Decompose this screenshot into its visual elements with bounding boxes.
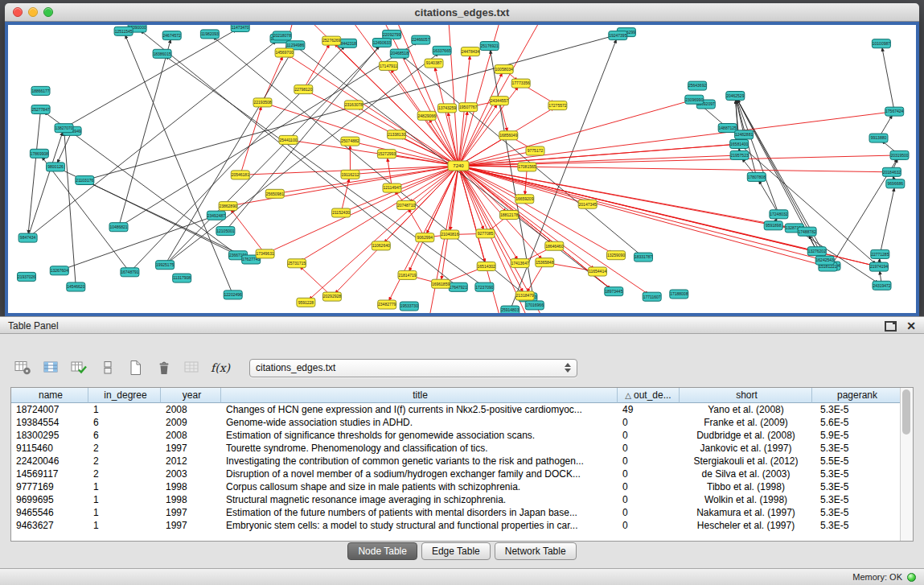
network-node[interactable]: 17248032: [770, 210, 788, 219]
network-node[interactable]: 24829066: [417, 111, 436, 120]
network-node[interactable]: 24319472: [873, 281, 891, 290]
network-node[interactable]: 9591898: [764, 221, 782, 230]
table-row[interactable]: 969969511998Structural magnetic resonanc…: [11, 493, 901, 506]
network-node[interactable]: 24344557: [490, 97, 508, 105]
network-node[interactable]: 9062994: [416, 233, 434, 242]
network-node[interactable]: 25276269: [322, 36, 341, 45]
table-row[interactable]: 946554611997Estimation of the future num…: [11, 506, 901, 519]
network-node[interactable]: 21152430: [332, 208, 351, 217]
table-settings-icon[interactable]: [13, 357, 34, 378]
network-node[interactable]: 17349631: [256, 249, 274, 258]
network-node[interactable]: 17016966: [525, 301, 544, 310]
network-node[interactable]: 7240: [448, 161, 469, 171]
float-panel-icon[interactable]: [885, 321, 897, 332]
network-node[interactable]: 25643692: [688, 81, 707, 90]
network-node[interactable]: 18973445: [605, 287, 623, 296]
network-node[interactable]: 19247395: [609, 31, 627, 40]
network-node[interactable]: 9800126: [47, 163, 65, 171]
delete-column-icon[interactable]: [154, 357, 175, 378]
network-node[interactable]: 16856049: [499, 131, 518, 140]
table-row[interactable]: 977716911998Corpus callosum shape and si…: [11, 480, 901, 493]
network-node[interactable]: 14569700: [275, 48, 294, 57]
network-node[interactable]: 11654414: [589, 267, 607, 276]
network-node[interactable]: 25650981: [265, 189, 284, 198]
column-header-out-degree[interactable]: △out_de...: [618, 388, 680, 403]
network-node[interactable]: 15365848: [536, 258, 554, 267]
network-node[interactable]: 25176921: [480, 42, 499, 51]
network-node[interactable]: 11473470: [231, 25, 249, 32]
network-node[interactable]: 19116212: [341, 170, 359, 179]
table-row[interactable]: 2242004622012Investigating the contribut…: [11, 455, 901, 468]
network-node[interactable]: 25731715: [288, 259, 306, 268]
network-node[interactable]: 17567424: [885, 107, 904, 116]
network-node[interactable]: 16242543: [815, 256, 834, 265]
network-node[interactable]: 20319500: [890, 150, 909, 159]
column-header-name[interactable]: name: [11, 388, 88, 403]
column-header-short[interactable]: short: [680, 388, 812, 403]
tab-edge-table[interactable]: Edge Table: [421, 542, 491, 560]
network-node[interactable]: 18386015: [153, 49, 171, 58]
network-node[interactable]: 9277085: [476, 229, 495, 238]
network-node[interactable]: 20184632: [882, 167, 901, 176]
network-node[interactable]: 17869908: [30, 149, 48, 158]
network-node[interactable]: 9913880: [869, 134, 888, 142]
table-scrollbar[interactable]: [900, 388, 913, 541]
network-node[interactable]: 20147345: [578, 200, 597, 208]
network-node[interactable]: 11317908: [173, 274, 191, 282]
network-node[interactable]: 12114947: [383, 183, 401, 192]
network-node[interactable]: 21937026: [18, 272, 36, 281]
network-node[interactable]: 9591228: [297, 298, 315, 307]
network-node[interactable]: 20468518: [390, 49, 409, 58]
network-node[interactable]: 21974194: [870, 262, 889, 271]
network-node[interactable]: 21338130: [388, 130, 406, 139]
close-panel-icon[interactable]: ✕: [906, 320, 916, 332]
table-row[interactable]: 1938455462009Genome-wide association stu…: [11, 416, 901, 429]
column-header-title[interactable]: title: [221, 388, 618, 403]
network-node[interactable]: 13276202: [807, 247, 826, 256]
table-row[interactable]: 1872400712008Changes of HCN gene express…: [11, 403, 901, 416]
row-mode-icon[interactable]: [97, 357, 118, 378]
network-node[interactable]: 23482779: [378, 300, 396, 309]
network-node[interactable]: 17237090: [475, 282, 494, 291]
network-node[interactable]: 16748791: [121, 268, 139, 277]
tab-network-table[interactable]: Network Table: [495, 542, 577, 560]
network-node[interactable]: 19507767: [459, 103, 478, 112]
network-node[interactable]: 17275572: [548, 101, 567, 110]
column-header-pagerank[interactable]: pagerank: [812, 388, 901, 403]
network-node[interactable]: 23096990: [685, 95, 704, 104]
network-node[interactable]: 9140387: [425, 59, 443, 68]
table-row[interactable]: 1456911722003Disruption of a novel membe…: [11, 468, 901, 480]
import-table-icon[interactable]: [182, 357, 203, 378]
network-node[interactable]: 16659209: [515, 195, 534, 204]
column-header-in-degree[interactable]: in_degree: [88, 388, 161, 403]
network-node[interactable]: 12105001: [216, 227, 235, 236]
network-node[interactable]: 21814719: [398, 270, 417, 279]
network-node[interactable]: 17711607: [643, 292, 661, 301]
network-node[interactable]: 14546620: [67, 282, 85, 291]
network-node[interactable]: 21103176: [76, 176, 94, 185]
network-node[interactable]: 17773356: [511, 79, 530, 88]
network-node[interactable]: 17147911: [380, 61, 398, 70]
network-node[interactable]: 20218078: [273, 31, 291, 40]
window-titlebar[interactable]: citations_edges.txt: [5, 3, 919, 22]
network-node[interactable]: 17488782: [798, 227, 816, 236]
network-node[interactable]: 14887125: [718, 124, 737, 133]
network-node[interactable]: 25277847: [31, 105, 50, 114]
network-node[interactable]: 12202496: [224, 290, 242, 299]
network-node[interactable]: 16514302: [477, 262, 495, 271]
network-node[interactable]: 13827070: [55, 124, 73, 133]
network-node[interactable]: 23492487: [207, 211, 225, 220]
network-node[interactable]: 20462529: [726, 92, 745, 101]
function-builder-icon[interactable]: f(x): [210, 357, 231, 378]
network-node[interactable]: 20292928: [322, 292, 341, 301]
network-node[interactable]: 12511545: [114, 27, 133, 35]
network-node[interactable]: 21318479: [515, 291, 534, 300]
network-node[interactable]: 19533730: [400, 302, 418, 311]
network-node[interactable]: 10486821: [109, 223, 128, 232]
network-node[interactable]: 17081565: [518, 163, 536, 171]
tab-node-table[interactable]: Node Table: [347, 542, 417, 560]
column-header-year[interactable]: year: [161, 388, 221, 403]
scrollbar-thumb[interactable]: [902, 389, 910, 435]
network-node[interactable]: 17413647: [511, 259, 529, 268]
network-node[interactable]: 11062640: [372, 241, 390, 250]
